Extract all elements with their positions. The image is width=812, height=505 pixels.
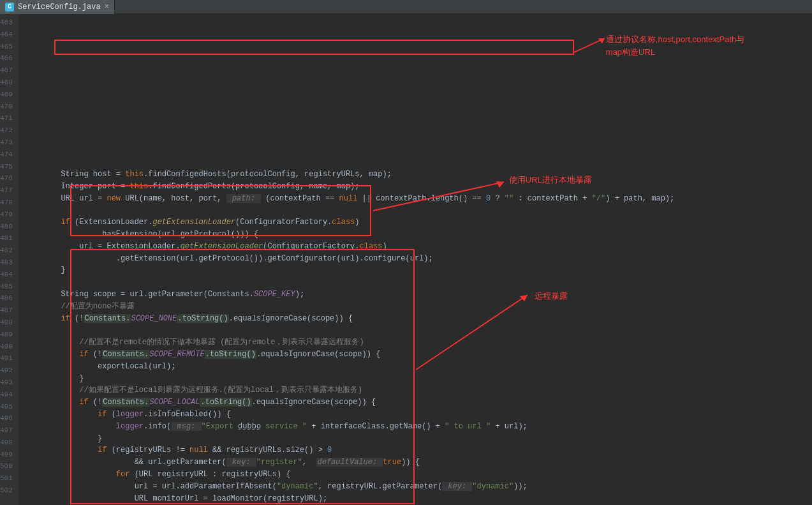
line-number: 482 (0, 245, 13, 257)
line-number: 496 (0, 412, 13, 425)
code-line: .getExtension(url.getProtocol()).getConf… (19, 253, 812, 265)
code-line: if (!Constants.SCOPE_REMOTE.toString().e… (19, 349, 812, 361)
line-number: 480 (0, 221, 13, 233)
tab-filename: ServiceConfig.java (18, 3, 101, 11)
line-number: 487 (0, 305, 13, 317)
code-area[interactable]: 通过协议名称,host,port,contextPath与 map构造URL 使… (19, 14, 812, 505)
svg-marker-1 (598, 38, 605, 43)
line-number: 473 (0, 137, 13, 149)
code-line: url = url.addParameterIfAbsent("dynamic"… (19, 481, 812, 493)
annotation-box-1 (54, 40, 574, 55)
code-line: if (ExtensionLoader.getExtensionLoader(C… (19, 216, 812, 229)
line-number: 470 (0, 101, 13, 113)
code-line: if (!Constants.SCOPE_NONE.toString().equ… (19, 313, 812, 325)
line-number: 502 (0, 485, 13, 497)
line-number: 499 (0, 449, 13, 461)
line-number: 489 (0, 329, 13, 341)
line-number: 466 (0, 52, 13, 64)
code-line: URL monitorUrl = loadMonitor(registryURL… (19, 493, 812, 505)
code-line: Integer port = this.findConfigedPorts(pr… (19, 181, 812, 193)
code-line: if (logger.isInfoEnabled()) { (19, 409, 812, 421)
line-number: 491 (0, 352, 13, 365)
line-number: 500 (0, 460, 13, 472)
line-number: 464 (0, 29, 13, 41)
code-line: logger.info( msg: "Export dubbo service … (19, 421, 812, 433)
line-number: 490 (0, 341, 13, 353)
code-line (19, 276, 812, 289)
line-number: 481 (0, 232, 13, 245)
line-number: 468 (0, 77, 13, 89)
annotation-text-1: 通过协议名称,host,port,contextPath与 map构造URL (606, 33, 744, 58)
line-number: 486 (0, 292, 13, 305)
code-line: //如果配置不是local则暴露为远程服务.(配置为local，则表示只暴露本地… (19, 384, 812, 396)
code-line: if (registryURLs != null && registryURLs… (19, 444, 812, 456)
code-line (19, 324, 812, 336)
code-line: //配置为none不暴露 (19, 301, 812, 313)
code-line: URL url = new URL(name, host, port, path… (19, 193, 812, 205)
line-number: 479 (0, 209, 13, 221)
line-number: 465 (0, 41, 13, 53)
code-line: .hasExtension(url.getProtocol())) { (19, 229, 812, 241)
code-line: url = ExtensionLoader.getExtensionLoader… (19, 241, 812, 253)
line-number: 493 (0, 377, 13, 389)
line-number: 494 (0, 389, 13, 401)
svg-line-0 (574, 38, 605, 52)
code-line: if (!Constants.SCOPE_LOCAL.toString().eq… (19, 396, 812, 409)
line-number: 463 (0, 17, 13, 29)
close-icon[interactable]: × (105, 3, 109, 11)
code-editor[interactable]: 4634644654664674684694704714724734744754… (0, 14, 812, 505)
annotation-text-2: 使用URL进行本地暴露 (509, 174, 592, 186)
line-number: 475 (0, 161, 13, 173)
code-line: exportLocal(url); (19, 361, 812, 373)
line-number: 492 (0, 365, 13, 377)
tab-bar: C ServiceConfig.java × (0, 0, 812, 14)
code-line: } (19, 433, 812, 445)
code-line: } (19, 373, 812, 385)
line-number-gutter: 4634644654664674684694704714724734744754… (0, 14, 19, 505)
line-number: 472 (0, 124, 13, 137)
code-line: for (URL registryURL : registryURLs) { (19, 469, 812, 481)
line-number: 476 (0, 172, 13, 185)
line-number: 498 (0, 437, 13, 449)
line-number: 497 (0, 425, 13, 437)
line-number: 501 (0, 472, 13, 485)
line-number: 484 (0, 269, 13, 281)
code-line: String host = this.findConfigedHosts(pro… (19, 169, 812, 181)
code-line: //配置不是remote的情况下做本地暴露 (配置为remote，则表示只暴露远… (19, 336, 812, 349)
file-tab[interactable]: C ServiceConfig.java × (0, 0, 115, 14)
line-number: 495 (0, 401, 13, 413)
java-class-icon: C (5, 3, 14, 11)
line-number: 483 (0, 257, 13, 269)
line-number: 467 (0, 64, 13, 77)
annotation-text-3: 远程暴露 (535, 290, 568, 303)
code-line: String scope = url.getParameter(Constant… (19, 289, 812, 301)
line-number: 488 (0, 317, 13, 329)
code-line: && url.getParameter( key: "register", de… (19, 456, 812, 469)
line-number: 485 (0, 281, 13, 293)
line-number: 471 (0, 112, 13, 124)
code-line: } (19, 264, 812, 276)
line-number: 469 (0, 89, 13, 101)
line-number: 474 (0, 149, 13, 161)
line-number: 478 (0, 197, 13, 209)
code-line (19, 204, 812, 216)
line-number: 477 (0, 185, 13, 197)
